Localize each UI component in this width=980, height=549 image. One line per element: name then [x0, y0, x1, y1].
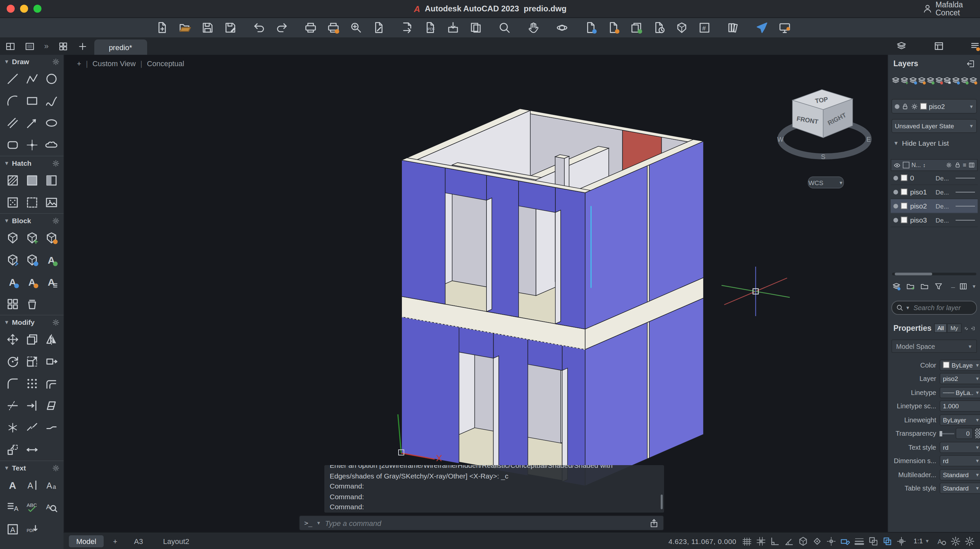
redo-button[interactable] [275, 21, 288, 34]
dynamic-input-toggle[interactable] [840, 536, 851, 546]
share-command-icon[interactable] [649, 518, 659, 528]
tool-line[interactable] [6, 72, 19, 86]
command-scrollbar[interactable] [661, 495, 663, 509]
command-history[interactable]: Enter an option [2dWireframe/Wireframe/H… [325, 465, 664, 513]
tool-revision-cloud[interactable] [45, 138, 58, 152]
model-space-viewport[interactable]: + | Custom View | Conceptual W S E TOP F… [64, 55, 888, 549]
export-dwf-button[interactable] [401, 21, 414, 34]
layer-color-swatch[interactable] [901, 189, 907, 195]
file-new-button[interactable] [156, 21, 169, 34]
selection-type-dropdown[interactable]: Model Space ▼ [891, 340, 977, 353]
property-value-dropdown[interactable]: ByLayer▼ [940, 414, 980, 426]
visual-style-control[interactable]: Conceptual [147, 59, 184, 68]
panel-dock-icon[interactable] [971, 324, 975, 332]
snap-toggle[interactable] [756, 536, 766, 546]
tool-multiline[interactable] [6, 116, 19, 130]
tool-block-palette[interactable] [6, 297, 19, 311]
page-setup-button[interactable] [372, 21, 385, 34]
layer-color-swatch[interactable] [901, 203, 907, 209]
columns-settings-icon[interactable] [959, 282, 967, 291]
import-button[interactable] [447, 21, 460, 34]
layer-status-icon[interactable] [893, 203, 898, 208]
group-filter-icon[interactable] [920, 282, 929, 291]
selection-cycling-toggle[interactable] [882, 536, 893, 546]
columns-icon[interactable] [968, 162, 975, 168]
tool-hatch[interactable] [6, 174, 19, 187]
tool-multiline-text[interactable]: A [6, 479, 19, 492]
compass-west[interactable]: W [777, 136, 784, 143]
layer-off-icon[interactable] [917, 76, 926, 85]
zoom-window-button[interactable] [33, 5, 41, 13]
filter-all-button[interactable]: All [934, 324, 947, 333]
command-options-icon[interactable]: ▼ [316, 520, 321, 525]
property-value-dropdown[interactable]: rd▼ [940, 442, 980, 453]
tool-arc[interactable] [6, 94, 19, 108]
sort-icon[interactable]: ↕ [923, 162, 926, 168]
layer-lock-icon[interactable] [943, 76, 952, 85]
collapse-icon[interactable]: ▼ [4, 217, 10, 224]
minimize-window-button[interactable] [20, 5, 28, 13]
tool-image-attach[interactable] [45, 196, 58, 209]
ortho-toggle[interactable] [770, 536, 780, 546]
file-save-button[interactable] [201, 21, 214, 34]
tool-hatch-dots[interactable] [6, 196, 19, 209]
edit-properties-icon[interactable] [964, 324, 968, 332]
layer-list-scrollbar[interactable] [892, 273, 976, 275]
layer-row-piso2[interactable]: piso2De... [891, 199, 978, 213]
gear-icon[interactable] [52, 217, 59, 224]
name-column-header[interactable]: N... [912, 162, 921, 168]
command-input[interactable]: Type a command [325, 519, 645, 527]
feedback-button[interactable] [778, 21, 791, 34]
layout2-tab[interactable]: Layout2 [156, 535, 197, 547]
model-views-icon[interactable] [25, 41, 35, 51]
tool-rectangle[interactable] [25, 94, 38, 108]
layer-row-piso3[interactable]: piso3De... [891, 213, 978, 227]
layer-unisolate-icon[interactable] [934, 76, 943, 85]
user-account[interactable]: Mafalda Concet [923, 0, 980, 17]
property-value-dropdown[interactable]: piso2▼ [940, 373, 980, 385]
property-value-dropdown[interactable]: ——ByLa...▼ [940, 387, 980, 398]
new-layout-button[interactable]: + [109, 536, 121, 546]
new-drawing-tab-icon[interactable] [77, 41, 87, 51]
plot-preview-button[interactable] [350, 21, 363, 34]
property-value-input[interactable]: 0 [956, 428, 973, 440]
tool-single-line-text[interactable]: A [25, 479, 38, 492]
layer-new-group-icon[interactable] [906, 282, 915, 291]
count-button[interactable]: # [698, 21, 711, 34]
collapse-icon[interactable]: ▼ [4, 59, 10, 65]
palette-section-text[interactable]: ▼Text [0, 460, 64, 474]
isometric-drafting-toggle[interactable] [798, 536, 808, 546]
transparency-pattern-button[interactable]: ▼ [974, 428, 980, 440]
workspace-switching-button[interactable] [950, 536, 961, 546]
insert-block-button[interactable] [675, 21, 688, 34]
tool-circle[interactable] [45, 72, 58, 86]
layer-status-icon[interactable] [893, 175, 898, 180]
tool-extend[interactable] [25, 399, 38, 413]
layer-search-input[interactable] [912, 303, 968, 312]
palette-section-modify[interactable]: ▼Modify [0, 315, 64, 329]
tool-spline[interactable] [45, 94, 58, 108]
3d-building-model[interactable] [402, 109, 703, 486]
current-layer-dropdown[interactable]: piso2 ▼ [891, 99, 977, 114]
compass-east[interactable]: E [866, 136, 871, 143]
layer-settings-icon[interactable] [892, 282, 901, 291]
tool-copy[interactable] [25, 333, 38, 346]
layer-unlock-icon[interactable] [952, 76, 961, 85]
property-value-dropdown[interactable]: Standard▼ [940, 469, 980, 481]
tool-sync-attributes[interactable]: A [6, 275, 19, 289]
layers-tab-icon[interactable] [896, 41, 907, 51]
property-value-dropdown[interactable]: Standard▼ [940, 483, 980, 494]
tool-array[interactable] [25, 377, 38, 390]
layer-status-icon[interactable] [893, 189, 898, 194]
tool-fillet[interactable] [6, 377, 19, 390]
drawing-compare-button[interactable] [630, 21, 643, 34]
tool-edit-attribute[interactable]: A [25, 275, 38, 289]
polar-tracking-toggle[interactable] [784, 536, 794, 546]
gear-icon[interactable] [52, 464, 59, 471]
compass-south[interactable]: S [821, 153, 825, 160]
viewcube[interactable]: W S E TOP FRONT RIGHT [777, 90, 871, 160]
minus-icon[interactable]: – [951, 282, 955, 290]
command-line[interactable]: >_ ▼ Type a command [299, 515, 664, 531]
clean-screen-button[interactable] [964, 536, 975, 546]
property-value-dropdown[interactable]: rd▼ [940, 455, 980, 467]
